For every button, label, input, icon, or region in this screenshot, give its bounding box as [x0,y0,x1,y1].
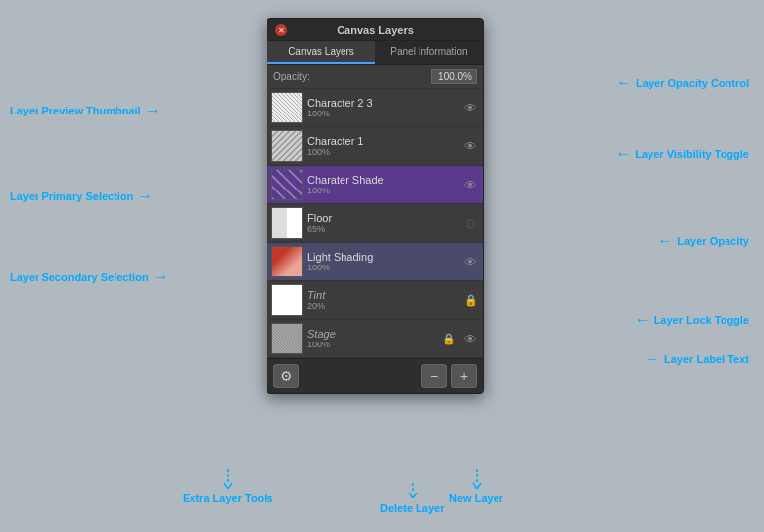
annotation-layer-primary-selection: Layer Primary Selection [10,188,153,205]
layer-opacity-text: 100% [307,186,457,195]
layer-visibility-toggle[interactable]: ⊙ [461,214,479,232]
annotation-layer-opacity-control: Layer Opacity Control [616,74,749,92]
panel-title: Canvas Layers [337,24,414,36]
layer-visibility-toggle[interactable]: 👁 [461,99,479,116]
annotation-layer-preview-thumbnail: Layer Preview Thumbnail [10,102,161,119]
annotation-layer-opacity: Layer Opacity [657,232,749,250]
layer-thumbnail [271,323,303,354]
layer-thumbnail [271,284,303,316]
layer-visibility-toggle[interactable]: 👁 [461,137,479,155]
annotation-layer-lock-toggle: Layer Lock Toggle [635,311,749,329]
opacity-value[interactable]: 100.0% [431,69,477,84]
layer-label-text: Stage [307,328,437,340]
delete-layer-button[interactable]: − [421,364,447,388]
layers-list: Character 2 3 100% 👁 Character 1 100% 👁 … [267,89,483,358]
panel-titlebar: ✕ Canvas Layers [267,19,483,41]
layer-row[interactable]: Charater Shade 100% 👁 [267,166,483,204]
layer-row[interactable]: Stage 100% 🔒 👁 [267,320,483,358]
tab-canvas-layers[interactable]: Canvas Layers [267,41,375,64]
layer-lock-toggle[interactable]: 🔒 [441,331,457,346]
layer-lock-toggle[interactable]: 🔒 [463,292,479,308]
panel-footer: ⚙ − + [267,358,483,393]
add-layer-button[interactable]: + [451,364,477,388]
close-button[interactable]: ✕ [275,24,287,36]
layer-visibility-toggle[interactable]: 👁 [461,330,479,347]
annotation-new-layer: New Layer [449,469,503,504]
layer-opacity-text: 100% [307,147,457,157]
layer-info: Light Shading 100% [307,251,457,272]
annotation-layer-secondary-selection: Layer Secondary Selection [10,268,169,286]
layer-name: Charater Shade [307,174,457,186]
annotation-layer-visibility-toggle: Layer Visibility Toggle [615,145,749,163]
layer-opacity-text: 100% [307,263,457,272]
layer-info: Charater Shade 100% [307,174,457,195]
layer-info: Floor 65% [307,212,457,234]
canvas-layers-panel: ✕ Canvas Layers Canvas Layers Panel Info… [267,18,484,394]
annotation-extra-layer-tools: Extra Layer Tools [183,469,273,504]
layer-name: Character 1 [307,135,457,147]
layer-opacity-text: 100% [307,340,437,349]
layer-thumbnail [271,169,303,200]
layer-row[interactable]: Light Shading 100% 👁 [267,243,483,281]
layer-name: Tint [307,289,459,301]
layer-thumbnail [271,92,303,123]
layer-info: Character 1 100% [307,135,457,157]
layer-row[interactable]: Floor 65% ⊙ [267,204,483,243]
layer-row[interactable]: Character 2 3 100% 👁 [267,89,483,127]
layer-visibility-toggle[interactable]: 👁 [461,253,479,270]
annotation-delete-layer: Delete Layer [380,483,444,514]
extra-layer-tools-button[interactable]: ⚙ [273,364,299,388]
annotation-layer-label-text: Layer Label Text [645,350,749,368]
layer-info: Stage 100% [307,328,437,349]
panel-tabs: Canvas Layers Panel Information [267,41,483,65]
layer-row[interactable]: Tint 20% 🔒 [267,281,483,320]
opacity-label: Opacity: [273,71,427,82]
layer-row[interactable]: Character 1 100% 👁 [267,127,483,166]
layer-opacity-text: 100% [307,109,457,118]
layer-visibility-toggle[interactable]: 👁 [461,176,479,193]
tab-panel-information[interactable]: Panel Information [375,41,483,64]
layer-name: Light Shading [307,251,457,263]
layer-thumbnail [271,130,303,162]
layer-name: Character 2 3 [307,97,457,109]
opacity-bar: Opacity: 100.0% [267,65,483,89]
layer-opacity-text: 20% [307,301,459,311]
layer-info: Tint 20% [307,289,459,311]
layer-info: Character 2 3 100% [307,97,457,118]
layer-opacity-text: 65% [307,224,457,234]
layer-name: Floor [307,212,457,224]
layer-thumbnail [271,246,303,277]
layer-thumbnail [271,207,303,239]
